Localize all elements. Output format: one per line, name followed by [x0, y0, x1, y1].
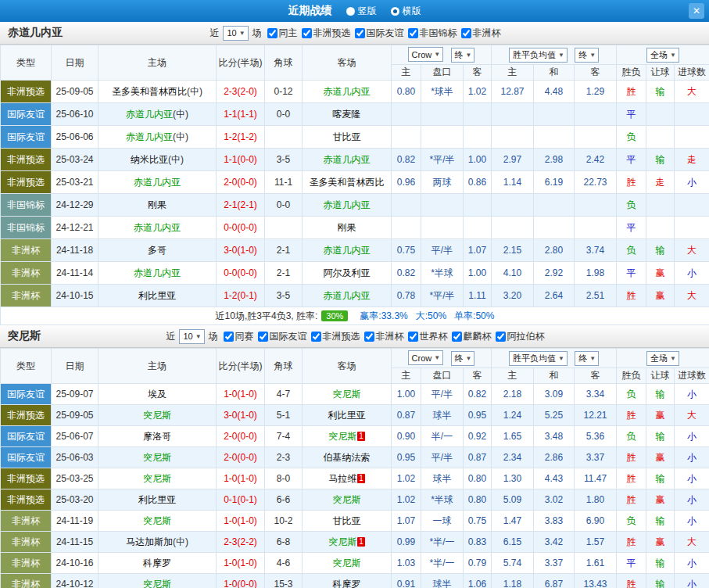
col-goals-result: 进球数: [675, 368, 709, 384]
filter-checkbox[interactable]: [452, 332, 462, 342]
corners-cell: 0-0: [265, 194, 303, 217]
home-team-cell: 突尼斯: [98, 468, 217, 489]
filter-checkbox[interactable]: [311, 332, 321, 342]
filter-checkbox[interactable]: [408, 332, 418, 342]
neutral-venue-tag: (中): [173, 109, 188, 120]
match-count-select[interactable]: 10▼: [179, 329, 204, 344]
filter-非洲预选[interactable]: 非洲预选: [311, 330, 360, 343]
filter-checkbox[interactable]: [364, 332, 374, 342]
filter-checkbox[interactable]: [267, 28, 278, 38]
filter-国际友谊[interactable]: 国际友谊: [258, 330, 307, 343]
filter-非洲预选[interactable]: 非洲预选: [302, 27, 351, 40]
result-cell: 胜: [617, 489, 646, 511]
filter-非洲杯[interactable]: 非洲杯: [461, 27, 501, 40]
filter-checkbox[interactable]: [408, 28, 418, 38]
radio-unselected-icon[interactable]: [346, 7, 355, 16]
filter-label: 非洲杯: [376, 330, 404, 343]
odds-source-select[interactable]: Crow▼: [408, 350, 444, 365]
neutral-venue-tag: (中): [173, 131, 188, 142]
filter-非洲杯[interactable]: 非洲杯: [364, 330, 404, 343]
scope-select[interactable]: 全场▼: [646, 48, 679, 63]
home-team-cell: 突尼斯: [98, 574, 217, 588]
match-row: 非洲杯24-11-19突尼斯1-0(1-0)10-2甘比亚1.07一球0.751…: [1, 511, 709, 532]
avg-type-select[interactable]: 胜平负均值▼: [509, 351, 568, 366]
away-team-cell: 刚果: [303, 217, 392, 239]
result-cell: 胜: [617, 574, 646, 588]
close-button[interactable]: ✕: [689, 3, 704, 19]
filter-同赛[interactable]: 同赛: [224, 330, 254, 343]
odds-away-cell: 0.95: [464, 405, 492, 426]
radio-selected-icon[interactable]: [391, 7, 399, 16]
goals-result-cell: [675, 126, 709, 149]
goals-result-cell: 小: [675, 171, 709, 194]
match-row: 非洲杯24-11-15马达加斯加(中)2-3(2-2)6-8突尼斯10.99*半…: [1, 532, 709, 553]
result-cell: 平: [617, 149, 646, 171]
result-cell: 胜: [617, 447, 646, 468]
odds-time-select[interactable]: 终▼: [451, 48, 475, 63]
odds-home-cell: [392, 126, 421, 149]
team-name: 突尼斯: [333, 389, 361, 400]
filter-checkbox[interactable]: [496, 332, 506, 342]
avg-home-cell: 1.65: [492, 426, 534, 447]
corners-cell: 2-1: [265, 239, 303, 262]
handicap-rate: 赢率:33.3%: [360, 310, 407, 321]
filter-非国锦标[interactable]: 非国锦标: [408, 27, 457, 40]
date-cell: 24-12-21: [52, 217, 98, 239]
layout-radio-vertical[interactable]: 竖版: [346, 5, 377, 18]
col-odds-handicap: 盘口: [421, 65, 464, 81]
avg-away-cell: 1.80: [575, 489, 617, 511]
filter-checkbox[interactable]: [355, 28, 365, 38]
scope-select[interactable]: 全场▼: [646, 351, 679, 366]
summary-text: 近10场,胜3平4负3, 胜率:: [216, 310, 318, 321]
away-team-cell: 喀麦隆: [303, 103, 392, 126]
score-cell: 2-0(0-0): [217, 447, 265, 468]
filter-同主[interactable]: 同主: [267, 27, 298, 40]
filter-checkbox[interactable]: [461, 28, 471, 38]
score-cell: 1-2(0-1): [217, 285, 265, 307]
team-name: 甘比亚: [333, 131, 361, 142]
corners-cell: [265, 126, 303, 149]
near-label: 近: [209, 27, 219, 40]
avg-time-select[interactable]: 终▼: [575, 48, 599, 63]
avg-draw-cell: [534, 103, 575, 126]
filter-阿拉伯杯[interactable]: 阿拉伯杯: [496, 330, 545, 343]
team-name: 突尼斯: [143, 579, 171, 588]
filter-checkbox[interactable]: [224, 332, 234, 342]
chevron-down-icon: ▼: [558, 355, 564, 362]
corners-cell: 3-5: [265, 285, 303, 307]
chevron-down-icon: ▼: [195, 333, 202, 340]
home-team-cell: 赤道几内亚: [98, 262, 217, 285]
odds-home-cell: 0.80: [392, 81, 421, 103]
layout-radio-horizontal[interactable]: 横版: [391, 5, 421, 18]
filter-checkbox[interactable]: [302, 28, 312, 38]
avg-type-select[interactable]: 胜平负均值▼: [509, 48, 568, 63]
handicap-cell: 平/半: [421, 384, 464, 405]
goals-result-cell: 走: [675, 149, 709, 171]
avg-away-cell: 2.51: [575, 285, 617, 307]
match-row: 国际友谊25-06-06赤道几内亚(中)1-2(1-2)甘比亚负: [1, 126, 709, 149]
home-team-cell: 科摩罗: [98, 553, 217, 574]
competition-type-cell: 非洲杯: [1, 511, 52, 532]
avg-time-select[interactable]: 终▼: [575, 351, 599, 366]
filter-麒麟杯[interactable]: 麒麟杯: [452, 330, 492, 343]
date-cell: 24-11-15: [52, 532, 98, 553]
match-count-select[interactable]: 10▼: [223, 26, 248, 41]
filter-checkbox[interactable]: [258, 332, 268, 342]
odds-away-cell: 1.00: [464, 262, 492, 285]
odds-source-select[interactable]: Crow▼: [408, 47, 444, 62]
handicap-cell: 球半: [421, 574, 464, 588]
competition-type-cell: 国际友谊: [1, 447, 52, 468]
filter-国际友谊[interactable]: 国际友谊: [355, 27, 404, 40]
score-cell: 2-3(2-2): [217, 532, 265, 553]
odds-away-cell: 0.82: [464, 384, 492, 405]
red-card-badge: 1: [357, 474, 365, 483]
odds-home-cell: 0.91: [392, 574, 421, 588]
date-cell: 25-09-07: [52, 384, 98, 405]
odds-time-select[interactable]: 终▼: [451, 351, 475, 366]
competition-type-cell: 国际友谊: [1, 384, 52, 405]
team-name: 赤道几内亚: [324, 245, 371, 256]
filter-世界杯[interactable]: 世界杯: [408, 330, 448, 343]
handicap-result-cell: 赢: [646, 489, 675, 511]
team-name: 突尼斯: [328, 431, 356, 442]
filter-label: 国际友谊: [270, 330, 307, 343]
